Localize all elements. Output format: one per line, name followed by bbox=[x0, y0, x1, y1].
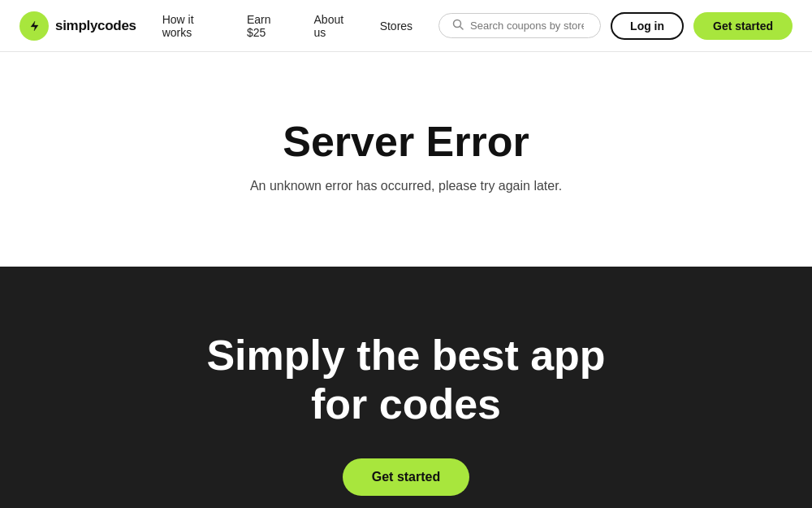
promo-section: Simply the best app for codes Get starte… bbox=[0, 267, 812, 508]
login-button[interactable]: Log in bbox=[611, 12, 684, 40]
error-section: Server Error An unknown error has occurr… bbox=[0, 52, 812, 267]
logo-icon bbox=[19, 11, 49, 41]
svg-line-2 bbox=[460, 27, 464, 30]
get-started-nav-button[interactable]: Get started bbox=[693, 12, 793, 40]
search-box bbox=[438, 13, 601, 38]
logo-text: simplycodes bbox=[55, 18, 136, 34]
navbar: simplycodes How it works Earn $25 About … bbox=[0, 0, 812, 52]
logo-link[interactable]: simplycodes bbox=[19, 11, 136, 41]
search-icon bbox=[452, 19, 464, 33]
nav-earn[interactable]: Earn $25 bbox=[247, 13, 292, 39]
search-input[interactable] bbox=[470, 20, 584, 32]
promo-title: Simply the best app for codes bbox=[206, 332, 605, 429]
get-started-promo-button[interactable]: Get started bbox=[343, 458, 469, 496]
nav-stores[interactable]: Stores bbox=[380, 20, 412, 33]
error-title: Server Error bbox=[283, 117, 529, 166]
nav-about[interactable]: About us bbox=[314, 13, 357, 39]
promo-title-line1: Simply the best app bbox=[206, 332, 605, 379]
error-subtitle: An unknown error has occurred, please tr… bbox=[250, 179, 562, 193]
nav-how-it-works[interactable]: How it works bbox=[162, 13, 224, 39]
nav-right: Log in Get started bbox=[438, 12, 793, 40]
promo-title-line2: for codes bbox=[311, 380, 501, 428]
nav-links: How it works Earn $25 About us Stores bbox=[162, 13, 412, 39]
